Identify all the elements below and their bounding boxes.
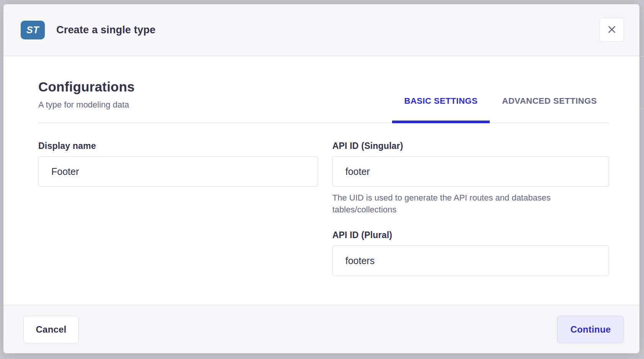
modal-header: ST Create a single type: [3, 4, 639, 56]
uid-hint-text: The UID is used to generate the API rout…: [332, 192, 577, 215]
display-name-input[interactable]: [38, 156, 318, 187]
configurations-header-row: Configurations A type for modeling data …: [38, 56, 609, 123]
backdrop-artifact-line: [639, 56, 644, 57]
page-title: Configurations: [38, 79, 135, 95]
tab-basic-settings[interactable]: BASIC SETTINGS: [392, 96, 490, 122]
continue-button[interactable]: Continue: [557, 316, 624, 343]
create-single-type-modal: ST Create a single type Configurations A…: [3, 4, 639, 353]
settings-tabs: BASIC SETTINGS ADVANCED SETTINGS: [392, 96, 609, 122]
modal-title: Create a single type: [56, 24, 155, 36]
api-id-plural-label: API ID (Plural): [332, 230, 609, 240]
tab-advanced-settings[interactable]: ADVANCED SETTINGS: [490, 96, 609, 122]
api-id-singular-label: API ID (Singular): [332, 141, 609, 151]
display-name-label: Display name: [38, 141, 318, 151]
backdrop-artifact-line: [639, 108, 644, 109]
close-button[interactable]: [600, 18, 624, 42]
api-id-field-group: API ID (Singular) The UID is used to gen…: [332, 141, 609, 276]
single-type-badge-icon: ST: [21, 21, 45, 39]
modal-body: Configurations A type for modeling data …: [3, 56, 639, 304]
api-id-plural-field-group: API ID (Plural): [332, 230, 609, 276]
close-icon: [606, 24, 618, 36]
page-subtitle: A type for modeling data: [38, 100, 135, 110]
configuration-form: Display name API ID (Singular) The UID i…: [38, 141, 609, 276]
heading-block: Configurations A type for modeling data: [38, 79, 135, 122]
modal-footer: Cancel Continue: [3, 305, 639, 353]
api-id-plural-input[interactable]: [332, 245, 609, 276]
api-id-singular-input[interactable]: [332, 156, 609, 187]
cancel-button[interactable]: Cancel: [23, 316, 79, 343]
display-name-field-group: Display name: [38, 141, 318, 276]
